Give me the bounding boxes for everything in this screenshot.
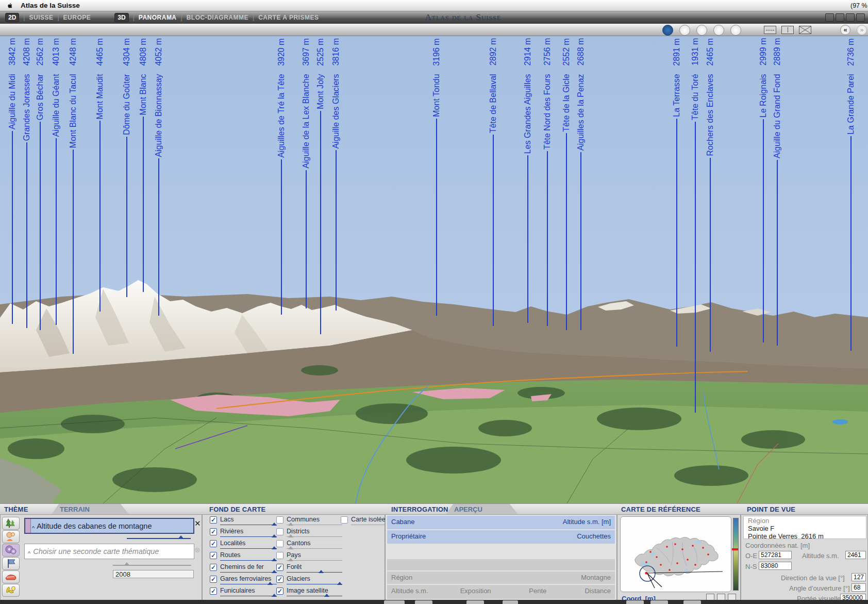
- zoom-in-icon[interactable]: [679, 25, 690, 36]
- nav-europe[interactable]: EUROPE: [63, 14, 91, 21]
- peak-label-group[interactable]: Aiguilles de Tré la Tête3920 m: [276, 38, 286, 315]
- second-theme-select[interactable]: ^ Choisir une seconde carte thématique: [24, 544, 194, 559]
- second-theme-slider[interactable]: [113, 564, 191, 569]
- peak-label-group[interactable]: Dôme du Goûter4304 m: [122, 38, 131, 297]
- layer-checkbox[interactable]: [276, 552, 283, 559]
- peak-label-group[interactable]: Mont Maudit4465 m: [95, 38, 105, 312]
- forward-icon[interactable]: »: [857, 25, 867, 35]
- population-icon[interactable]: [2, 530, 20, 543]
- layer-checkbox[interactable]: ✓: [210, 552, 217, 559]
- layer-opacity-slider[interactable]: [220, 595, 277, 599]
- peak-label-group[interactable]: Aiguille des Glaciers3816 m: [331, 38, 341, 311]
- peak-label-group[interactable]: Mont Tondu3196 m: [431, 38, 441, 316]
- layer-checkbox[interactable]: ✓: [276, 587, 283, 595]
- layer-opacity-slider[interactable]: [220, 524, 277, 528]
- overlay-view-icon[interactable]: [799, 26, 811, 34]
- layer-opacity-slider[interactable]: [287, 547, 342, 551]
- mode-2d-badge[interactable]: 2D: [5, 13, 19, 22]
- layer-checkbox[interactable]: ✓: [210, 528, 217, 535]
- layer-checkbox[interactable]: ✓: [210, 540, 217, 547]
- layer-checkbox[interactable]: ✓: [210, 587, 217, 595]
- layer-opacity-slider[interactable]: [220, 559, 277, 563]
- year-field[interactable]: 2008: [113, 570, 194, 578]
- state-icon[interactable]: [2, 557, 20, 570]
- panorama-view[interactable]: Aiguille du Midi3842 m Grandes Jorasses4…: [0, 36, 868, 503]
- layer-checkbox[interactable]: [341, 516, 348, 524]
- layer-opacity-slider[interactable]: [220, 583, 277, 587]
- peak-label-group[interactable]: Aiguille de Bionnassay4052 m: [154, 38, 163, 316]
- peak-label-group[interactable]: Tête Nord des Fours2756 m: [542, 38, 552, 326]
- theme-opacity-slider[interactable]: [127, 537, 191, 542]
- minimize-icon[interactable]: [825, 13, 834, 22]
- oe-input[interactable]: 527281: [759, 551, 792, 559]
- app-name[interactable]: Atlas de la Suisse: [21, 2, 80, 9]
- nav-carte-a-prismes[interactable]: CARTE A PRISMES: [258, 14, 319, 21]
- peak-label-group[interactable]: Tête de la Gicle2552 m: [561, 38, 571, 330]
- layer-opacity-slider[interactable]: [287, 524, 342, 528]
- layer-checkbox[interactable]: [276, 540, 283, 547]
- ns-input[interactable]: 83080: [759, 562, 792, 570]
- eye-level-icon[interactable]: [730, 25, 741, 36]
- layer-opacity-slider[interactable]: [287, 595, 342, 599]
- layer-checkbox[interactable]: ✓: [276, 576, 283, 583]
- layer-checkbox[interactable]: [276, 528, 283, 535]
- peak-label-group[interactable]: Mont Blanc du Tacul4248 m: [68, 38, 78, 354]
- switzerland-overview-map[interactable]: [620, 516, 731, 592]
- peak-label-group[interactable]: Aiguilles de la Penaz2688 m: [576, 38, 586, 330]
- nav-panorama[interactable]: PANORAMA: [139, 14, 177, 21]
- tab-apercu[interactable]: APERÇU: [446, 504, 518, 514]
- peak-label-group[interactable]: Aiguille du Grand Fond2889 m: [772, 38, 782, 346]
- tab-terrain[interactable]: TERRAIN: [52, 504, 129, 514]
- transport-icon[interactable]: [2, 570, 20, 583]
- peak-label-group[interactable]: Rochers des Enclaves2465 m: [705, 38, 715, 352]
- layer-checkbox[interactable]: ✓: [210, 516, 217, 524]
- peak-label-group[interactable]: Mont Joly2525 m: [315, 38, 325, 334]
- layer-checkbox[interactable]: ✓: [210, 564, 217, 571]
- peak-label-group[interactable]: Aiguille du Géant4013 m: [51, 38, 61, 325]
- maximize-icon[interactable]: [846, 13, 855, 22]
- layer-opacity-slider[interactable]: [220, 547, 277, 551]
- peak-label-group[interactable]: Aiguille de la Lex Blanche3697 m: [301, 38, 311, 308]
- pointer-tool-icon[interactable]: [662, 25, 673, 36]
- theme-select[interactable]: ^ Altitude des cabanes de montagne: [24, 518, 194, 534]
- nature-icon[interactable]: [2, 517, 20, 530]
- layer-opacity-slider[interactable]: [220, 535, 277, 540]
- close-theme-icon[interactable]: ✕: [194, 519, 201, 528]
- peak-label-group[interactable]: Gros Béchar2562 m: [35, 38, 45, 330]
- close-icon[interactable]: [856, 13, 865, 22]
- layer-checkbox[interactable]: ✓: [210, 576, 217, 583]
- peak-label-group[interactable]: Le Roignais2999 m: [758, 38, 768, 342]
- apple-menu-icon[interactable]: [6, 2, 13, 9]
- restore-icon[interactable]: [836, 13, 844, 22]
- layer-opacity-slider[interactable]: [287, 535, 342, 540]
- peak-label-group[interactable]: Grandes Jorasses4208 m: [22, 38, 31, 328]
- layer-opacity-slider[interactable]: [287, 559, 342, 563]
- layer-opacity-slider[interactable]: [287, 583, 342, 587]
- tab-theme[interactable]: THÈME: [4, 505, 28, 513]
- layer-opacity-slider[interactable]: [220, 571, 277, 575]
- layer-opacity-slider[interactable]: [287, 571, 342, 575]
- peak-label-group[interactable]: Les Grandes Aiguilles2914 m: [523, 38, 532, 323]
- zoom-out-icon[interactable]: [696, 25, 707, 36]
- angle-input[interactable]: 68: [852, 583, 866, 592]
- back-icon[interactable]: «: [840, 25, 850, 35]
- peak-label-group[interactable]: La Terrasse2891 m: [672, 38, 681, 347]
- pan-view-icon[interactable]: [713, 25, 724, 36]
- layer-checkbox[interactable]: ✓: [276, 564, 283, 571]
- nav-suisse[interactable]: SUISSE: [29, 14, 53, 21]
- tab-interrogation[interactable]: INTERROGATION: [391, 505, 448, 513]
- single-view-icon[interactable]: [764, 26, 776, 34]
- peak-label-group[interactable]: Tête de Bellaval2892 m: [488, 38, 498, 326]
- peak-label-group[interactable]: La Grande Parei2736 m: [846, 38, 856, 351]
- peak-label-group[interactable]: Tête du Toré1931 m: [690, 38, 700, 413]
- peak-label-group[interactable]: Mont Blanc4808 m: [138, 38, 148, 292]
- peak-label-group[interactable]: Aiguille du Midi3842 m: [7, 38, 17, 324]
- mode-3d-badge[interactable]: 3D: [114, 13, 128, 22]
- economy-icon[interactable]: [2, 544, 20, 557]
- direction-input[interactable]: 127: [852, 573, 866, 581]
- split-view-icon[interactable]: [781, 26, 794, 34]
- altitude-input[interactable]: 2461: [845, 551, 866, 559]
- communication-icon[interactable]: [2, 584, 20, 597]
- layer-checkbox[interactable]: [276, 516, 283, 524]
- nav-bloc-diagramme[interactable]: BLOC-DIAGRAMME: [187, 14, 248, 21]
